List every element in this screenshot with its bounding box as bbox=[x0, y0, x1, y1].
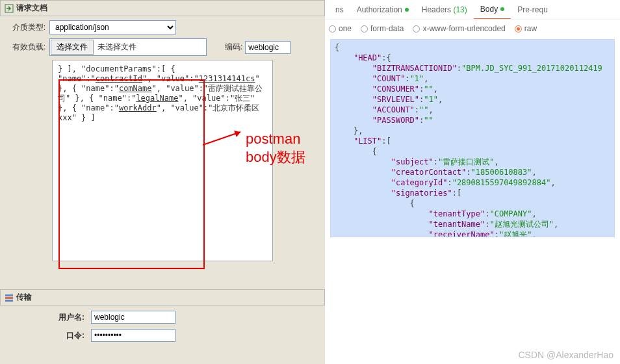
radio-raw[interactable]: raw bbox=[515, 24, 537, 33]
watermark: CSDN @AlexanderHao bbox=[519, 350, 614, 360]
media-type-select[interactable]: application/json bbox=[49, 20, 176, 34]
username-input[interactable] bbox=[91, 311, 175, 324]
username-label: 用户名: bbox=[6, 312, 84, 323]
password-input[interactable] bbox=[91, 329, 175, 342]
transfer-title: 传输 bbox=[16, 292, 32, 303]
radio-urlencoded[interactable]: x-www-form-urlencoded bbox=[413, 24, 505, 33]
transfer-icon bbox=[5, 293, 14, 302]
encoding-label: 编码: bbox=[225, 42, 242, 53]
dot-icon bbox=[405, 8, 409, 12]
arrow-in-icon bbox=[5, 4, 14, 13]
postman-body-editor[interactable]: { "HEAD":{ "BIZTRANSACTIONID":"BPM.JD_SY… bbox=[330, 39, 615, 237]
tab-authorization[interactable]: Authorization bbox=[350, 0, 415, 20]
encoding-input[interactable] bbox=[245, 41, 291, 54]
dot-icon bbox=[500, 7, 504, 11]
svg-rect-3 bbox=[5, 300, 13, 302]
postman-tabs: ns Authorization Headers (13) Body Pre-r… bbox=[325, 0, 620, 20]
choose-file-button[interactable]: 选择文件 bbox=[51, 40, 94, 55]
password-label: 口令: bbox=[6, 330, 84, 341]
transfer-header: 传输 bbox=[0, 289, 325, 306]
tab-body[interactable]: Body bbox=[474, 0, 511, 20]
tab-partial[interactable]: ns bbox=[329, 0, 350, 20]
request-doc-header: 请求文档 bbox=[0, 0, 325, 16]
payload-json-textarea[interactable]: } ], "documentParams":[ { "name":"contra… bbox=[52, 60, 273, 261]
tab-headers[interactable]: Headers (13) bbox=[415, 0, 474, 20]
radio-form-data[interactable]: form-data bbox=[361, 24, 404, 33]
media-type-label: 介质类型: bbox=[6, 22, 45, 33]
no-file-text: 未选择文件 bbox=[95, 40, 205, 54]
svg-rect-2 bbox=[5, 297, 13, 299]
svg-rect-1 bbox=[5, 294, 13, 296]
body-type-row: one form-data x-www-form-urlencoded raw bbox=[325, 20, 620, 38]
request-doc-title: 请求文档 bbox=[16, 3, 47, 14]
tab-prerequest[interactable]: Pre-requ bbox=[511, 0, 554, 20]
radio-none-partial[interactable]: one bbox=[329, 24, 352, 33]
payload-label: 有效负载: bbox=[6, 42, 45, 53]
